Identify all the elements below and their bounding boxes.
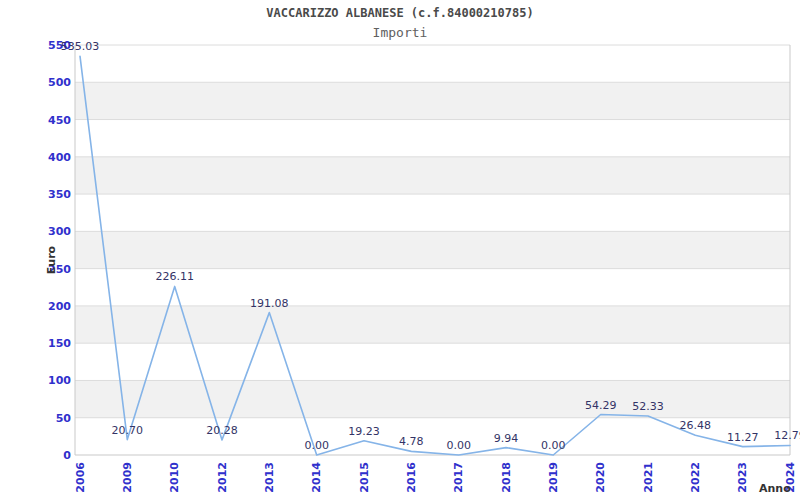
x-tick-label: 2015 <box>358 462 371 493</box>
x-tick-label: 2009 <box>121 462 134 493</box>
plot-band <box>75 157 790 194</box>
data-point-label: 20.70 <box>112 424 144 437</box>
x-tick-label: 2012 <box>216 462 229 493</box>
data-point-label: 54.29 <box>585 399 617 412</box>
y-tick-label: 150 <box>48 337 71 350</box>
x-tick-label: 2023 <box>736 462 749 493</box>
x-tick-label: 2010 <box>168 462 181 493</box>
data-point-label: 19.23 <box>348 425 380 438</box>
y-tick-label: 100 <box>48 374 71 387</box>
y-tick-label: 200 <box>48 300 71 313</box>
chart-canvas: 0501001502002503003504004505005502006200… <box>0 0 800 500</box>
x-axis-title: Anno <box>759 482 791 495</box>
y-tick-label: 450 <box>48 114 71 127</box>
x-tick-label: 2013 <box>263 462 276 493</box>
data-point-label: 52.33 <box>632 400 664 413</box>
data-point-label: 226.11 <box>155 270 194 283</box>
chart-window: VACCARIZZO ALBANESE (c.f.84000210785) Im… <box>0 0 800 500</box>
data-point-label: 0.00 <box>304 439 329 452</box>
x-tick-label: 2017 <box>452 462 465 493</box>
x-tick-label: 2021 <box>642 462 655 493</box>
y-tick-label: 300 <box>48 225 71 238</box>
data-point-label: 0.00 <box>541 439 566 452</box>
data-point-label: 12.79 <box>774 429 800 442</box>
y-tick-label: 400 <box>48 151 71 164</box>
y-axis-title: Euro <box>45 245 58 274</box>
plot-band <box>75 231 790 268</box>
data-point-label: 9.94 <box>494 432 519 445</box>
x-tick-label: 2014 <box>310 462 323 493</box>
data-point-label: 191.08 <box>250 297 289 310</box>
data-point-label: 11.27 <box>727 431 759 444</box>
x-tick-label: 2006 <box>74 462 87 493</box>
data-point-label: 0.00 <box>446 439 471 452</box>
data-point-label: 26.48 <box>680 419 712 432</box>
y-tick-label: 500 <box>48 76 71 89</box>
x-tick-label: 2019 <box>547 462 560 493</box>
data-point-label: 535.03 <box>61 40 100 53</box>
y-tick-label: 0 <box>63 449 71 462</box>
data-point-label: 4.78 <box>399 435 424 448</box>
x-tick-label: 2020 <box>594 462 607 493</box>
y-tick-label: 350 <box>48 188 71 201</box>
data-point-label: 20.28 <box>206 424 238 437</box>
x-tick-label: 2018 <box>500 462 513 493</box>
y-tick-label: 50 <box>56 412 72 425</box>
plot-band <box>75 380 790 417</box>
x-tick-label: 2016 <box>405 462 418 493</box>
plot-band <box>75 82 790 119</box>
x-tick-label: 2022 <box>689 462 702 493</box>
